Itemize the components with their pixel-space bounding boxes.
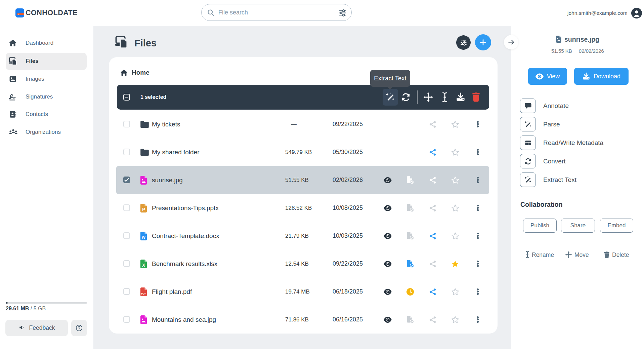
svg-text:P: P — [142, 206, 145, 211]
svg-text:PDF: PDF — [141, 292, 146, 295]
svg-text:W: W — [142, 235, 146, 239]
svg-text:X: X — [142, 262, 145, 267]
